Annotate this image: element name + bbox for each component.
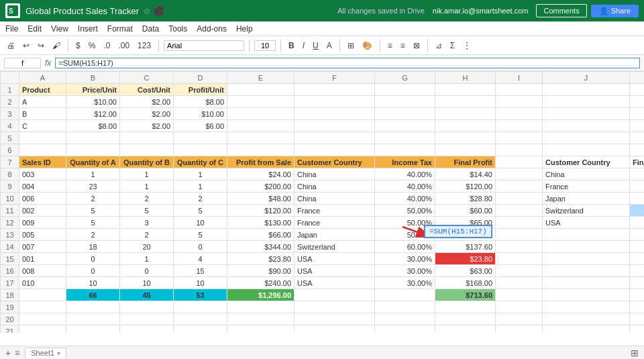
- cell-J7[interactable]: Customer Country: [543, 156, 630, 168]
- cell-F5[interactable]: [294, 132, 375, 144]
- cell-H15[interactable]: $23.80: [435, 253, 496, 265]
- row-num-7[interactable]: 7: [1, 156, 19, 168]
- cell-C7[interactable]: Quantity of B: [120, 156, 174, 168]
- cell-E7[interactable]: Profit from Sale: [227, 156, 294, 168]
- percent-button[interactable]: %: [86, 40, 99, 52]
- cell-I15[interactable]: [496, 253, 543, 265]
- cell-D14[interactable]: 0: [174, 241, 227, 253]
- cell-J16[interactable]: [543, 265, 630, 277]
- cell-C3[interactable]: $2.00: [120, 108, 174, 120]
- cell-C5[interactable]: [120, 132, 174, 144]
- cell-B4[interactable]: $8.00: [66, 120, 120, 132]
- cell-G10[interactable]: 40.00%: [375, 193, 435, 205]
- cell-G9[interactable]: 40.00%: [375, 181, 435, 193]
- cell-J12[interactable]: USA: [543, 217, 630, 229]
- cell-E8[interactable]: $24.00: [227, 168, 294, 181]
- cell-G15[interactable]: 30.00%: [375, 253, 435, 265]
- cell-A6[interactable]: [19, 144, 66, 156]
- cell-E14[interactable]: $344.00: [227, 241, 294, 253]
- row-num-12[interactable]: 12: [1, 217, 19, 229]
- row-num-2[interactable]: 2: [1, 96, 19, 108]
- cell-J2[interactable]: [543, 96, 630, 108]
- cell-A11[interactable]: 002: [19, 205, 66, 217]
- cell-B17[interactable]: 10: [66, 277, 120, 289]
- cell-K17[interactable]: [630, 277, 645, 289]
- font-size-input[interactable]: [254, 40, 276, 51]
- cell-J5[interactable]: [543, 132, 630, 144]
- cell-C16[interactable]: 0: [120, 265, 174, 277]
- cell-D1[interactable]: Profit/Unit: [174, 84, 227, 96]
- cell-E3[interactable]: [227, 108, 294, 120]
- cell-F12[interactable]: France: [294, 217, 375, 229]
- cell-J4[interactable]: [543, 120, 630, 132]
- cell-A14[interactable]: 007: [19, 241, 66, 253]
- cell-H7[interactable]: Final Profit: [435, 156, 496, 168]
- col-header-B[interactable]: B: [66, 72, 120, 84]
- cell-C2[interactable]: $2.00: [120, 96, 174, 108]
- cell-C15[interactable]: 1: [120, 253, 174, 265]
- cell-C11[interactable]: 5: [120, 205, 174, 217]
- cell-F13[interactable]: Japan: [294, 229, 375, 241]
- cell-H11[interactable]: $60.00: [435, 205, 496, 217]
- row-num-5[interactable]: 5: [1, 132, 19, 144]
- cell-H6[interactable]: [435, 144, 496, 156]
- cell-I10[interactable]: [496, 193, 543, 205]
- cell-J10[interactable]: Japan: [543, 193, 630, 205]
- currency-button[interactable]: $: [73, 40, 83, 52]
- cell-D11[interactable]: 5: [174, 205, 227, 217]
- cell-I7[interactable]: [496, 156, 543, 168]
- cell-J8[interactable]: China: [543, 168, 630, 181]
- cell-A13[interactable]: 005: [19, 229, 66, 241]
- cell-H9[interactable]: $120.00: [435, 181, 496, 193]
- row-num-1[interactable]: 1: [1, 84, 19, 96]
- star-icon[interactable]: ☆: [143, 6, 151, 16]
- cell-F15[interactable]: USA: [294, 253, 375, 265]
- col-header-G[interactable]: G: [375, 72, 435, 84]
- border-button[interactable]: ⊞: [345, 40, 357, 52]
- cell-G1[interactable]: [375, 84, 435, 96]
- cell-F2[interactable]: [294, 96, 375, 108]
- formula-input[interactable]: [55, 58, 640, 68]
- cell-J13[interactable]: [543, 229, 630, 241]
- cell-H5[interactable]: [435, 132, 496, 144]
- col-header-E[interactable]: E: [227, 72, 294, 84]
- cell-A2[interactable]: A: [19, 96, 66, 108]
- cell-B5[interactable]: [66, 132, 120, 144]
- cell-H16[interactable]: $63.00: [435, 265, 496, 277]
- cell-D15[interactable]: 4: [174, 253, 227, 265]
- sheet-list-button[interactable]: ≡: [15, 348, 19, 358]
- cell-J17[interactable]: [543, 277, 630, 289]
- cell-H14[interactable]: $137.60: [435, 241, 496, 253]
- cell-I3[interactable]: [496, 108, 543, 120]
- cell-E6[interactable]: [227, 144, 294, 156]
- cell-G16[interactable]: 30.00%: [375, 265, 435, 277]
- cell-D2[interactable]: $8.00: [174, 96, 227, 108]
- cell-A4[interactable]: C: [19, 120, 66, 132]
- cell-J1[interactable]: [543, 84, 630, 96]
- menu-insert[interactable]: Insert: [78, 24, 98, 34]
- menu-help[interactable]: Help: [236, 24, 253, 34]
- cell-G8[interactable]: 40.00%: [375, 168, 435, 181]
- cell-A8[interactable]: 003: [19, 168, 66, 181]
- cell-D7[interactable]: Quantity of C: [174, 156, 227, 168]
- cell-reference-input[interactable]: [4, 58, 41, 68]
- menu-format[interactable]: Format: [107, 24, 133, 34]
- cell-D3[interactable]: $10.00: [174, 108, 227, 120]
- cell-A7[interactable]: Sales ID: [19, 156, 66, 168]
- col-header-K[interactable]: K: [630, 72, 645, 84]
- cell-F6[interactable]: [294, 144, 375, 156]
- cell-B12[interactable]: 5: [66, 217, 120, 229]
- cell-D18[interactable]: 53: [174, 289, 227, 301]
- cell-B6[interactable]: [66, 144, 120, 156]
- cell-F8[interactable]: China: [294, 168, 375, 181]
- cell-G4[interactable]: [375, 120, 435, 132]
- cell-D17[interactable]: 10: [174, 277, 227, 289]
- cell-E18[interactable]: $1,296.00: [227, 289, 294, 301]
- cell-I14[interactable]: [496, 241, 543, 253]
- cell-K10[interactable]: $33.00: [630, 193, 645, 205]
- cell-B1[interactable]: Price/Unit: [66, 84, 120, 96]
- cell-E10[interactable]: $48.00: [227, 193, 294, 205]
- cell-H3[interactable]: [435, 108, 496, 120]
- cell-B10[interactable]: 2: [66, 193, 120, 205]
- add-sheet-button[interactable]: +: [5, 348, 11, 358]
